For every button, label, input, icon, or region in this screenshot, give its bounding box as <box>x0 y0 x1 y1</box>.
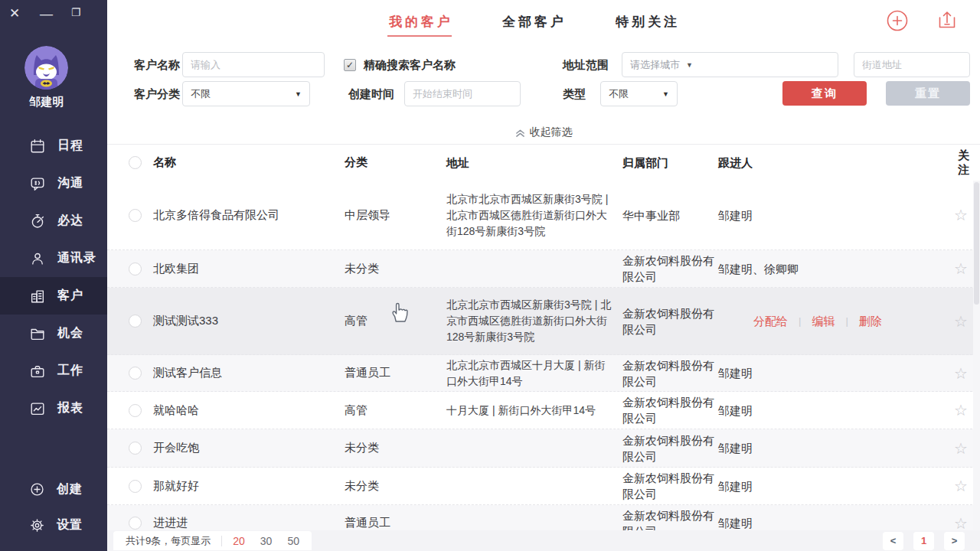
favorite-star-icon[interactable]: ☆ <box>954 440 968 457</box>
customer-category-select[interactable]: 不限 ▼ <box>182 81 310 106</box>
customer-follower: 邹建明 <box>718 365 948 381</box>
customer-name-input[interactable] <box>182 52 325 77</box>
sidebar-menu: 日程 沟通 必达 通讯录 客户 <box>0 127 107 427</box>
customer-name[interactable]: 测试客户信息 <box>153 366 345 380</box>
settings-button[interactable]: 设置 <box>0 507 107 543</box>
sidebar-item-schedule[interactable]: 日程 <box>0 127 107 165</box>
tab-my-customers[interactable]: 我的客户 <box>389 0 453 42</box>
customer-address: 北京北京市西城区十月大厦 | 新街口外大街甲14号 <box>446 357 622 390</box>
table-row[interactable]: 北京多倍得食品有限公司 中层领导 北京市北京市西城区新康街3号院 | 北京市西城… <box>107 181 980 250</box>
current-page[interactable]: 1 <box>913 532 934 550</box>
row-radio[interactable] <box>129 209 142 222</box>
table-row[interactable]: 北欧集团 未分类 金新农饲料股份有限公司 邹建明、徐卿卿 ☆ <box>107 250 980 288</box>
chevron-down-icon: ▼ <box>295 90 302 98</box>
add-customer-icon[interactable] <box>886 9 909 32</box>
create-time-input[interactable] <box>404 81 521 106</box>
window-maximize-button[interactable]: ❐ <box>71 6 81 18</box>
sidebar-item-bida[interactable]: 必达 <box>0 202 107 240</box>
company-icon <box>29 288 46 305</box>
sidebar-item-label: 报表 <box>57 400 83 416</box>
row-radio[interactable] <box>129 262 142 276</box>
sidebar-item-label: 必达 <box>57 213 83 229</box>
customer-name[interactable]: 就哈哈哈 <box>153 403 345 418</box>
sidebar-item-work[interactable]: 工作 <box>0 352 107 390</box>
collapse-filters-link[interactable]: 收起筛选 <box>107 121 980 145</box>
delete-action[interactable]: 删除 <box>859 313 882 329</box>
table-row[interactable]: 开会吃饱 未分类 金新农饲料股份有限公司 邹建明 ☆ <box>107 429 980 468</box>
favorite-star-icon[interactable]: ☆ <box>954 365 968 382</box>
customer-address: 北京市北京市西城区新康街3号院 | 北京市西城区德胜街道新街口外大街128号新康… <box>446 191 622 240</box>
page-size-20[interactable]: 20 <box>233 535 245 547</box>
customer-department: 华中事业部 <box>622 207 718 223</box>
sidebar-item-customers[interactable]: 客户 <box>0 277 107 315</box>
favorite-star-icon[interactable]: ☆ <box>954 515 968 531</box>
row-radio[interactable] <box>129 480 142 493</box>
street-address-input[interactable] <box>854 52 970 77</box>
sidebar-item-communication[interactable]: 沟通 <box>0 165 107 202</box>
customer-address: 北京北京市西城区新康街3号院 | 北京市西城区德胜街道新街口外大街128号新康街… <box>446 297 622 345</box>
customer-department: 金新农饲料股份有限公司 <box>622 432 718 465</box>
collapse-filters-label: 收起筛选 <box>530 126 573 139</box>
row-radio[interactable] <box>129 442 142 455</box>
exact-search-checkbox[interactable]: ✓ <box>344 59 356 71</box>
sidebar-item-label: 机会 <box>57 325 83 341</box>
table-row[interactable]: 测试客户信息 普通员工 北京北京市西城区十月大厦 | 新街口外大街甲14号 金新… <box>107 355 980 392</box>
row-radio[interactable] <box>129 404 142 417</box>
next-page-button[interactable]: > <box>944 532 965 550</box>
vertical-scrollbar[interactable] <box>973 181 980 530</box>
customer-name[interactable]: 测试测试333 <box>153 314 345 328</box>
tab-special-follow[interactable]: 特别关注 <box>616 0 680 42</box>
favorite-star-icon[interactable]: ☆ <box>954 402 968 419</box>
customer-name[interactable]: 进进进 <box>153 516 345 530</box>
favorite-star-icon[interactable]: ☆ <box>954 260 968 277</box>
customer-name[interactable]: 北京多倍得食品有限公司 <box>153 208 345 223</box>
scrollbar-thumb[interactable] <box>974 182 979 305</box>
table-row-hovered[interactable]: 测试测试333 高管 北京北京市西城区新康街3号院 | 北京市西城区德胜街道新街… <box>107 288 980 355</box>
customer-name[interactable]: 开会吃饱 <box>153 441 345 455</box>
city-select[interactable]: 请选择城市 ▼ <box>622 52 838 77</box>
customer-category: 中层领导 <box>345 208 446 223</box>
customer-address: 十月大厦 | 新街口外大街甲14号 <box>446 403 622 419</box>
type-select[interactable]: 不限 ▼ <box>600 81 678 106</box>
prev-page-button[interactable]: < <box>883 532 903 550</box>
row-radio[interactable] <box>129 367 142 380</box>
customer-name[interactable]: 北欧集团 <box>153 262 345 276</box>
reset-button[interactable]: 重置 <box>886 81 970 106</box>
window-minimize-button[interactable]: — <box>40 7 53 22</box>
sidebar-item-label: 通讯录 <box>57 250 96 266</box>
main-content: 我的客户 全部客户 特别关注 客户名称 ✓ 精确搜索客户名称 地址范围 请选择城… <box>107 0 980 551</box>
divider <box>221 536 222 546</box>
table-row[interactable]: 进进进 普通员工 金新农饲料股份有限公司 邹建明 ☆ <box>107 505 980 530</box>
create-time-label: 创建时间 <box>348 81 394 106</box>
search-button[interactable]: 查询 <box>782 81 867 106</box>
edit-action[interactable]: 编辑 <box>812 313 835 329</box>
chart-icon <box>29 400 46 417</box>
row-radio[interactable] <box>129 517 142 530</box>
page-size-30[interactable]: 30 <box>260 535 273 547</box>
create-button[interactable]: 创建 <box>0 471 107 507</box>
avatar[interactable] <box>24 46 68 90</box>
customer-name[interactable]: 那就好好 <box>153 479 345 494</box>
sidebar-item-contacts[interactable]: 通讯录 <box>0 240 107 277</box>
table-row[interactable]: 就哈哈哈 高管 十月大厦 | 新街口外大街甲14号 金新农饲料股份有限公司 邹建… <box>107 392 980 429</box>
customer-category: 未分类 <box>345 479 446 494</box>
row-radio[interactable] <box>129 315 142 328</box>
row-actions: 分配给 | 编辑 | 删除 <box>718 313 948 329</box>
favorite-star-icon[interactable]: ☆ <box>954 478 968 494</box>
page-size-box: 共计9条，每页显示 20 30 50 <box>113 531 312 550</box>
customer-category-value: 不限 <box>191 87 211 101</box>
assign-action[interactable]: 分配给 <box>753 313 788 329</box>
export-icon[interactable] <box>936 9 959 32</box>
page-size-50[interactable]: 50 <box>287 535 299 547</box>
favorite-star-icon[interactable]: ☆ <box>954 313 968 330</box>
sidebar-item-opportunities[interactable]: 机会 <box>0 315 107 352</box>
window-close-button[interactable]: ✕ <box>9 5 20 21</box>
favorite-star-icon[interactable]: ☆ <box>954 207 968 223</box>
customer-category: 未分类 <box>345 262 446 276</box>
sidebar-item-reports[interactable]: 报表 <box>0 390 107 427</box>
tab-all-customers[interactable]: 全部客户 <box>502 0 567 42</box>
customer-follower: 邹建明 <box>718 403 948 419</box>
select-all-radio[interactable] <box>129 156 142 169</box>
table-row[interactable]: 那就好好 未分类 金新农饲料股份有限公司 邹建明 ☆ <box>107 468 980 505</box>
column-header-follow: 关注 <box>948 148 980 178</box>
